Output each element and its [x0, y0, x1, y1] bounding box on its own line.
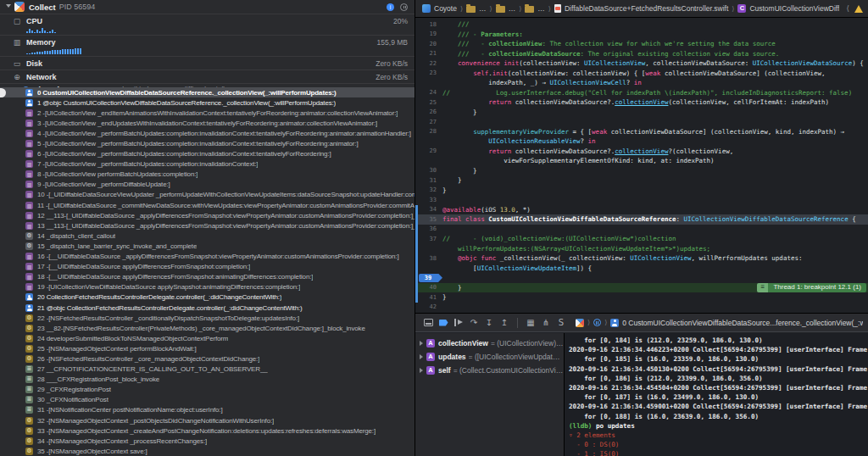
code-rows: 18 ///19 /// - Parameters:20 /// - colle… — [415, 19, 868, 312]
line-number: 26 — [415, 108, 442, 115]
step-out-icon[interactable]: ↥ — [497, 317, 512, 329]
stack-frame[interactable]: ▥16 -[__UIDiffableDataSource _applyDiffe… — [0, 252, 415, 262]
stack-frame[interactable]: 21 @objc CollectionFetchedResultsControl… — [0, 303, 415, 313]
stack-frame[interactable]: ▥3 -[UICollectionView _endUpdatesWithInv… — [0, 118, 415, 128]
info-icon[interactable]: i — [387, 3, 394, 11]
stack-frame-label: 25 -[NSManagedObjectContext performBlock… — [37, 345, 197, 353]
stack-frame[interactable]: 0 CustomUICollectionViewDiffableDataSour… — [0, 87, 415, 97]
stack-frame[interactable]: ≣30 _CFXNotificationPost — [0, 395, 415, 405]
debug-jump-bar[interactable]: ⟩ ⟩ 0 CustomUICollectionViewDiffableData… — [576, 319, 863, 327]
stack-frame[interactable]: ▥13 __113-[_UIDiffableDataSource _applyD… — [0, 220, 415, 231]
variable-row[interactable]: AcollectionView= (UICollectionView) 0x00… — [415, 336, 564, 350]
hide-debug-area-icon[interactable] — [420, 317, 436, 329]
gauge-disk[interactable]: ▭DiskZero KB/s — [0, 57, 415, 70]
stack-frame-label: 27 __CFNOTIFICATIONCENTER_IS_CALLING_OUT… — [37, 365, 268, 373]
stack-frame[interactable]: 20 CollectionFetchedResultsControllerDel… — [0, 292, 415, 303]
line-number: 42 — [415, 303, 442, 310]
console[interactable]: for [0, 184] is (212.0, 23259.0, 186.0, … — [565, 333, 868, 456]
stack-frame[interactable]: ⚙33 -[NSManagedObjectContext _createAndP… — [0, 425, 415, 436]
code-line: 36 — [415, 225, 868, 235]
breadcrumb-item[interactable]: CCustomUICollectionViewDiffableDataSourc… — [737, 4, 839, 13]
stack-frame[interactable]: ▥5 -[UICollectionView _performBatchUpdat… — [0, 138, 415, 148]
stack-frame[interactable]: ⚙15 _dispatch_lane_barrier_sync_invoke_a… — [0, 241, 415, 251]
disclosure-triangle-icon[interactable] — [420, 368, 423, 373]
line-number: 24 — [415, 89, 442, 96]
stack-frame[interactable]: ▥12 __113-[_UIDiffableDataSource _applyD… — [0, 210, 415, 220]
continue-icon[interactable] — [451, 317, 466, 329]
related-items-chevron-icon[interactable]: ⟨ — [846, 4, 849, 13]
class-icon: C — [737, 4, 746, 13]
stack-frame[interactable]: ≣28 ___CFXRegistrationPost_block_invoke — [0, 375, 415, 385]
stack-frame-label: 16 -[__UIDiffableDataSource _applyDiffer… — [37, 253, 399, 260]
framework-icon: ▥ — [25, 202, 33, 209]
stack-frame[interactable]: ⚙23 __82-[NSFetchedResultsController(Pri… — [0, 323, 415, 333]
process-row[interactable]: Collect PID 56594 i — [0, 0, 415, 14]
framework-icon: ▥ — [25, 191, 33, 198]
stack-frame[interactable]: ▥9 -[UICollectionView _performDiffableUp… — [0, 180, 415, 190]
stack-frame[interactable]: ▥11 -[_UIDiffableDataSource _commitNewDa… — [0, 200, 415, 210]
memory-graph-icon[interactable]: ⋔ — [538, 317, 554, 329]
code-text: indexPath, _) → UICollectionViewCell? in — [442, 78, 642, 88]
line-number: 30 — [415, 167, 442, 174]
stack-frame[interactable]: ▥17 -[__UIDiffableDataSource applyDiffer… — [0, 262, 415, 272]
stack-frame[interactable]: ▥7 -[UICollectionView _performBatchUpdat… — [0, 159, 415, 170]
stack-frame[interactable]: ⚙34 -[NSManagedObjectContext _processRec… — [0, 436, 415, 446]
breadcrumb-item[interactable]: DiffableDataSource+FetchedResultsControl… — [554, 4, 728, 13]
pause-process-icon[interactable] — [400, 3, 408, 11]
stack-frame[interactable]: ▥4 -[UICollectionView _performBatchUpdat… — [0, 128, 415, 138]
stack-frame[interactable]: ≣27 __CFNOTIFICATIONCENTER_IS_CALLING_OU… — [0, 364, 415, 375]
console-line: - 1 : IS(0) — [569, 449, 868, 456]
gauge-network[interactable]: ⊕NetworkZero KB/s — [0, 70, 415, 84]
step-into-icon[interactable]: ↧ — [481, 317, 497, 329]
breakpoints-toggle-icon[interactable] — [436, 317, 451, 329]
view-hierarchy-icon[interactable]: ▦ — [523, 317, 538, 329]
console-line: 2020-09-16 21:36:34.450130+0200 Collect[… — [569, 364, 868, 374]
breakpoint-badge[interactable]: 39 — [419, 274, 442, 283]
disclosure-triangle-icon[interactable] — [6, 4, 11, 10]
stack-frame[interactable]: ⚙35 -[NSManagedObjectContext save:] — [0, 446, 415, 456]
stack-frame[interactable]: ⚙24 developerSubmittedBlockToNSManagedOb… — [0, 333, 415, 343]
stack-frame[interactable]: ▥10 -[_UIDiffableDataSourceViewUpdater _… — [0, 190, 415, 200]
list-icon: ≣ — [25, 396, 33, 403]
editor-column: Coyote⟩…⟩…⟩…⟩DiffableDataSource+FetchedR… — [415, 0, 868, 456]
stack-frame[interactable]: ⚙32 -[NSManagedObjectContext _postObject… — [0, 415, 415, 425]
framework-icon: ▥ — [25, 212, 33, 220]
line-number: 25 — [415, 99, 442, 106]
line-number: 18 — [415, 21, 442, 28]
warning-icon[interactable] — [854, 5, 863, 13]
breadcrumb-item[interactable]: Coyote — [422, 4, 457, 13]
stack-frame[interactable]: ▥19 -[UICollectionViewDiffableDataSource… — [0, 282, 415, 292]
stack-frame[interactable]: ≣29 _CFXRegistrationPost — [0, 385, 415, 395]
variable-row[interactable]: Aself= (Collect.CustomUICollectionViewDi… — [415, 364, 564, 377]
breadcrumb-item[interactable]: … — [466, 4, 487, 13]
gauge-cpu[interactable]: ▢CPU20% — [0, 14, 415, 36]
stack-frame[interactable]: ≣31 -[NSNotificationCenter postNotificat… — [0, 405, 415, 415]
stack-frame[interactable]: ⚙14 _dispatch_client_callout — [0, 231, 415, 241]
thread-breakpoint-badge[interactable]: ≡Thread 1: breakpoint 12.1 (1) — [757, 283, 866, 292]
source-editor[interactable]: 18 ///19 /// - Parameters:20 /// - colle… — [415, 17, 868, 313]
stack-frame[interactable]: ▥2 -[UICollectionView _endItemAnimations… — [0, 108, 415, 118]
environment-overrides-icon[interactable]: S — [554, 317, 569, 329]
stack-frame[interactable]: ▥8 -[UICollectionView performBatchUpdate… — [0, 170, 415, 180]
gauge-memory[interactable]: ▥Memory155,9 MB — [0, 36, 415, 57]
code-text: } — [442, 166, 477, 176]
list-icon: ≣ — [25, 406, 33, 414]
variable-row[interactable]: Aupdates= ([UICollectionViewUpdateItem])… — [415, 350, 564, 364]
breadcrumb-item[interactable]: … — [525, 4, 545, 13]
stack-frame[interactable]: ⚙22 -[NSFetchedResultsController _condit… — [0, 313, 415, 323]
step-over-icon[interactable]: ↷ — [466, 317, 481, 329]
breadcrumb-item[interactable]: … — [496, 4, 516, 13]
framework-icon: ▥ — [25, 273, 33, 281]
stack-frame[interactable]: ▥18 -[__UIDiffableDataSource applyDiffer… — [0, 272, 415, 282]
stack-frame[interactable]: ⚙26 -[NSFetchedResultsController _core_m… — [0, 353, 415, 364]
line-number: 41 — [415, 294, 442, 301]
line-number: 33 — [415, 197, 442, 203]
disclosure-triangle-icon[interactable] — [420, 341, 423, 346]
disclosure-triangle-icon[interactable] — [420, 354, 423, 359]
disk-icon: ▭ — [12, 59, 22, 68]
stack-frame[interactable]: ▥6 -[UICollectionView _performBatchUpdat… — [0, 149, 415, 159]
console-line: for [0, 188] is (16.0, 23639.0, 186.0, 3… — [569, 412, 868, 421]
stack-frame[interactable]: ⚙25 -[NSManagedObjectContext performBloc… — [0, 343, 415, 353]
stack-frame[interactable]: 1 @objc CustomUICollectionViewDiffableDa… — [0, 97, 415, 108]
folder-icon — [466, 6, 476, 13]
